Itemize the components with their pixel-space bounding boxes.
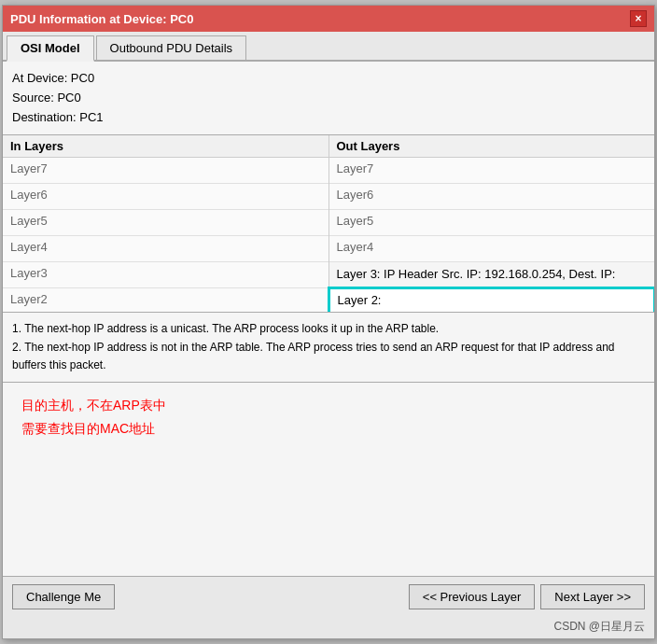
device-info: At Device: PC0 Source: PC0 Destination: … (3, 62, 654, 135)
tab-outbound-pdu[interactable]: Outbound PDU Details (96, 35, 247, 60)
challenge-me-button[interactable]: Challenge Me (12, 584, 115, 609)
notes-section: 1. The next-hop IP address is a unicast.… (3, 313, 654, 383)
out-layer-2[interactable]: Layer 2: (329, 288, 655, 313)
in-layer-6[interactable]: Layer6 (3, 184, 328, 210)
out-layers-header: Out Layers (329, 135, 655, 158)
in-layers-section: In Layers Layer7 Layer6 Layer5 Layer4 La… (3, 135, 329, 312)
main-window: PDU Information at Device: PC0 × OSI Mod… (2, 5, 655, 639)
chinese-line-1: 目的主机，不在ARP表中 (21, 394, 645, 417)
tab-bar: OSI Model Outbound PDU Details (3, 32, 654, 62)
chinese-notes: 目的主机，不在ARP表中 需要查找目的MAC地址 (3, 383, 654, 576)
tab-osi-model[interactable]: OSI Model (7, 35, 94, 62)
source: Source: PC0 (12, 89, 645, 108)
footer: Challenge Me << Previous Layer Next Laye… (3, 576, 654, 617)
footer-nav-buttons: << Previous Layer Next Layer >> (409, 584, 645, 609)
at-device: At Device: PC0 (12, 69, 645, 89)
destination: Destination: PC1 (12, 108, 645, 128)
in-layer-7[interactable]: Layer7 (3, 158, 328, 184)
out-layer-5[interactable]: Layer5 (329, 210, 655, 236)
titlebar: PDU Information at Device: PC0 × (3, 6, 654, 32)
in-layer-5[interactable]: Layer5 (3, 210, 328, 236)
note-line-1: 1. The next-hop IP address is a unicast.… (12, 320, 645, 338)
in-layer-3[interactable]: Layer3 (3, 262, 328, 288)
note-line-2: 2. The next-hop IP address is not in the… (12, 339, 645, 374)
close-button[interactable]: × (630, 10, 647, 27)
out-layer-6[interactable]: Layer6 (329, 184, 655, 210)
window-title: PDU Information at Device: PC0 (10, 12, 194, 26)
out-layers-section: Out Layers Layer7 Layer6 Layer5 Layer4 L… (329, 135, 655, 312)
in-layer-2[interactable]: Layer2 (3, 288, 328, 313)
next-layer-button[interactable]: Next Layer >> (540, 584, 645, 609)
chinese-line-2: 需要查找目的MAC地址 (21, 417, 645, 441)
in-layers-header: In Layers (3, 135, 328, 158)
out-layer-3[interactable]: Layer 3: IP Header Src. IP: 192.168.0.25… (329, 262, 655, 288)
previous-layer-button[interactable]: << Previous Layer (409, 584, 536, 609)
out-layer-7[interactable]: Layer7 (329, 158, 655, 184)
layers-container: In Layers Layer7 Layer6 Layer5 Layer4 La… (3, 135, 654, 313)
watermark: CSDN @日星月云 (3, 617, 654, 638)
out-layer-4[interactable]: Layer4 (329, 236, 655, 262)
in-layer-4[interactable]: Layer4 (3, 236, 328, 262)
